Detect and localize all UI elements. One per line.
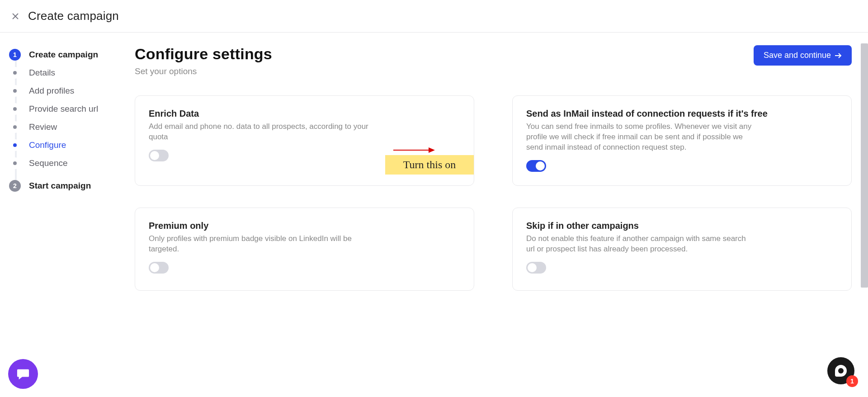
content: 1 Create campaign Details Add profiles P… [0, 33, 868, 397]
step-create-campaign[interactable]: 1 Create campaign [9, 49, 118, 61]
card-send-inmail: Send as InMail instead of connection req… [512, 95, 852, 186]
card-title: Enrich Data [149, 109, 460, 119]
svg-marker-4 [429, 147, 435, 153]
scrollbar[interactable] [861, 43, 868, 288]
toggle-send-inmail[interactable] [526, 160, 546, 172]
step-label: Details [29, 68, 55, 78]
step-dot [9, 157, 21, 169]
step-review[interactable]: Review [9, 121, 118, 133]
main-panel: Configure settings Set your options Save… [127, 33, 868, 397]
toggle-skip-other[interactable] [526, 262, 546, 274]
card-title: Skip if in other campaigns [526, 221, 838, 231]
save-continue-label: Save and continue [764, 51, 831, 60]
toggle-knob [150, 263, 159, 272]
step-start-campaign[interactable]: 2 Start campaign [9, 180, 118, 192]
card-title: Premium only [149, 221, 460, 231]
step-label: Create campaign [29, 50, 98, 60]
step-dot [9, 103, 21, 115]
step-dot [9, 139, 21, 151]
step-label: Start campaign [29, 181, 91, 191]
toggle-knob [536, 161, 545, 170]
step-label: Review [29, 122, 57, 132]
notification-badge: 1 [846, 375, 858, 387]
main-header: Configure settings Set your options Save… [135, 45, 852, 76]
save-continue-button[interactable]: Save and continue [754, 45, 852, 66]
card-desc: Only profiles with premium badge visible… [149, 234, 375, 255]
step-dot [9, 67, 21, 79]
card-enrich-data: Enrich Data Add email and phone no. data… [135, 95, 474, 186]
chat-bubble-left[interactable] [8, 359, 38, 389]
sidebar: 1 Create campaign Details Add profiles P… [0, 33, 127, 397]
step-details[interactable]: Details [9, 67, 118, 79]
step-label: Provide search url [29, 104, 98, 114]
main-subheading: Set your options [135, 66, 272, 76]
annotation-note: Turn this on [385, 155, 474, 175]
step-dot [9, 121, 21, 133]
main-heading: Configure settings [135, 45, 272, 63]
step-number: 2 [9, 180, 21, 192]
card-premium-only: Premium only Only profiles with premium … [135, 208, 474, 291]
step-add-profiles[interactable]: Add profiles [9, 85, 118, 97]
card-desc: Do not enable this feature if another ca… [526, 234, 752, 255]
page-title: Create campaign [28, 9, 119, 23]
card-desc: Add email and phone no. data to all pros… [149, 122, 375, 142]
close-icon[interactable] [11, 12, 20, 21]
step-sequence[interactable]: Sequence [9, 157, 118, 169]
step-label: Add profiles [29, 86, 74, 96]
settings-cards: Enrich Data Add email and phone no. data… [135, 95, 852, 291]
toggle-enrich-data[interactable] [149, 150, 169, 161]
card-skip-other-campaigns: Skip if in other campaigns Do not enable… [512, 208, 852, 291]
step-dot [9, 85, 21, 97]
step-label: Sequence [29, 158, 68, 168]
chat-bubble-right[interactable]: 1 [827, 357, 854, 384]
topbar: Create campaign [0, 0, 868, 33]
step-provide-search-url[interactable]: Provide search url [9, 103, 118, 115]
chat-right-icon [835, 365, 847, 377]
heading-block: Configure settings Set your options [135, 45, 272, 76]
step-configure[interactable]: Configure [9, 139, 118, 151]
toggle-knob [528, 263, 537, 272]
step-label: Configure [29, 140, 66, 150]
card-title: Send as InMail instead of connection req… [526, 109, 838, 119]
toggle-knob [150, 151, 159, 160]
card-desc: You can send free inmails to some profil… [526, 122, 752, 153]
chat-icon [16, 368, 30, 380]
annotation-arrow [393, 146, 435, 156]
step-number: 1 [9, 49, 21, 61]
toggle-premium-only[interactable] [149, 262, 169, 274]
arrow-right-icon [835, 52, 842, 59]
